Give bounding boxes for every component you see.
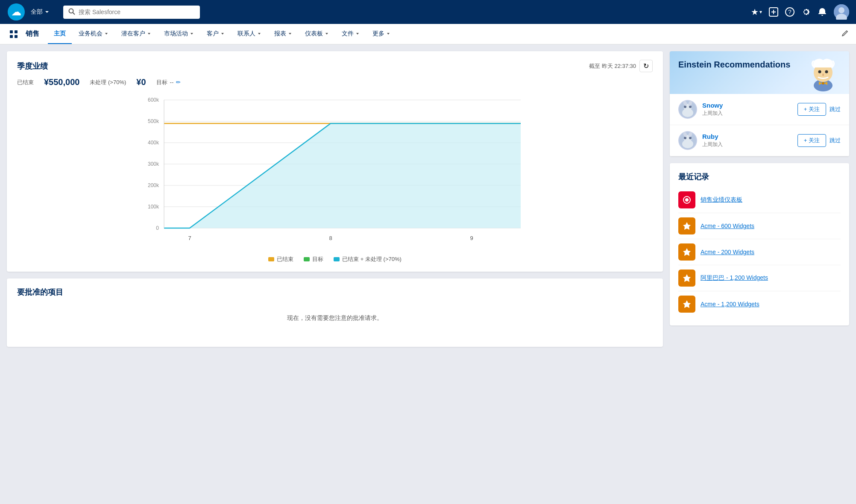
tab-files[interactable]: 文件 [336,24,366,44]
favorites-icon[interactable]: ★ ▾ [751,7,762,17]
left-column: 季度业绩 截至 昨天 22:37:30 ↻ 已结束 ¥550,000 未处理 (… [7,51,663,497]
tab-home[interactable]: 主页 [48,24,72,44]
legend-closed: 已结束 [268,255,293,263]
svg-text:600k: 600k [148,97,159,103]
tab-accounts[interactable]: 客户 [201,24,231,44]
rec-avatar-snowy [678,100,697,119]
tab-opportunities[interactable]: 业务机会 [73,24,114,44]
secondary-navigation: 销售 主页 业务机会 潜在客户 市场活动 客户 联系人 报表 [0,24,856,44]
einstein-card: Einstein Recommendations [670,51,849,156]
tab-leads[interactable]: 潜在客户 [115,24,157,44]
user-avatar[interactable] [834,4,849,20]
svg-point-38 [818,70,821,73]
rec-actions-snowy: + 关注 跳过 [797,103,841,116]
svg-marker-60 [683,222,691,230]
edit-target-icon[interactable]: ✏ [176,79,181,85]
svg-text:200k: 200k [148,182,159,188]
record-link-acme200[interactable]: Acme - 200 Widgets [701,249,754,255]
skip-snowy-button[interactable]: 跳过 [830,103,841,116]
svg-text:☁: ☁ [12,7,21,18]
svg-line-3 [73,12,75,15]
pending-label: 未处理 (>70%) [90,79,126,86]
svg-text:300k: 300k [148,161,159,167]
performance-timestamp: 截至 昨天 22:37:30 ↻ [589,60,653,72]
svg-point-46 [684,105,686,108]
app-grid-icon[interactable] [7,27,21,41]
record-icon-alibaba [678,270,695,287]
record-icon-dashboard [678,191,695,208]
einstein-header: Einstein Recommendations [670,51,849,94]
tab-campaigns[interactable]: 市场活动 [158,24,200,44]
pending-value: ¥0 [136,77,146,87]
svg-rect-13 [15,30,18,33]
help-icon[interactable]: ? [785,7,794,17]
svg-marker-63 [683,300,691,308]
record-icon-acme1200 [678,296,695,313]
einstein-recommendations-list: Snowy 上周加入 + 关注 跳过 [670,94,849,156]
performance-header: 季度业绩 截至 昨天 22:37:30 ↻ [17,60,653,72]
record-link-alibaba[interactable]: 阿里巴巴 - 1,200 Widgets [701,274,768,282]
svg-text:7: 7 [188,235,191,241]
tab-more[interactable]: 更多 [366,24,396,44]
tab-contacts[interactable]: 联系人 [232,24,267,44]
notifications-icon[interactable] [818,7,827,17]
approvals-card: 要批准的项目 现在，没有需要您注意的批准请求。 [7,278,663,347]
rec-avatar-ruby [678,131,697,150]
record-link-acme600[interactable]: Acme - 600 Widgets [701,223,754,229]
list-item: 阿里巴巴 - 1,200 Widgets [678,265,841,291]
svg-text:8: 8 [329,235,332,241]
search-category-label: 全部 [31,8,43,16]
svg-text:9: 9 [470,235,473,241]
svg-marker-34 [190,123,521,228]
settings-icon[interactable] [801,7,811,17]
refresh-button[interactable]: ↻ [639,60,653,72]
list-item: Acme - 1,200 Widgets [678,291,841,317]
follow-ruby-button[interactable]: + 关注 [797,134,826,147]
legend-dot-target [304,257,310,261]
legend-dot-closed [268,257,274,261]
svg-rect-15 [15,35,18,38]
top-navigation: ☁ 全部 ★ ▾ ? [0,0,856,24]
record-link-dashboard[interactable]: 销售业绩仪表板 [701,196,742,204]
rec-name-ruby: Ruby [702,133,792,140]
approvals-title: 要批准的项目 [17,287,653,297]
skip-ruby-button[interactable]: 跳过 [830,134,841,147]
svg-text:100k: 100k [148,204,159,210]
svg-point-47 [689,105,692,108]
svg-marker-61 [683,248,691,256]
search-input[interactable] [79,9,195,15]
list-item: Acme - 600 Widgets [678,213,841,239]
performance-chart: 600k 500k 400k 300k 200k 100k 0 7 [17,94,653,252]
tab-dashboard[interactable]: 仪表板 [299,24,335,44]
svg-rect-14 [10,35,13,38]
salesforce-logo[interactable]: ☁ [7,3,26,21]
legend-target: 目标 [304,255,323,263]
search-bar [63,6,200,19]
svg-point-40 [822,73,824,76]
recent-records-card: 最近记录 销售业绩仪表板 Acme - 600 Widgets [670,163,849,325]
svg-point-59 [685,198,689,202]
performance-stats: 已结束 ¥550,000 未处理 (>70%) ¥0 目标 -- ✏ [17,77,653,87]
add-icon[interactable] [769,7,778,17]
chart-legend: 已结束 目标 已结束 + 未处理 (>70%) [17,255,653,263]
search-category-dropdown[interactable]: 全部 [31,8,50,16]
approvals-empty-message: 现在，没有需要您注意的批准请求。 [17,304,653,332]
rec-sub-snowy: 上周加入 [702,110,792,117]
record-link-acme1200[interactable]: Acme - 1,200 Widgets [701,301,759,308]
performance-card: 季度业绩 截至 昨天 22:37:30 ↻ 已结束 ¥550,000 未处理 (… [7,51,663,272]
closed-value: ¥550,000 [44,77,79,87]
follow-snowy-button[interactable]: + 关注 [797,103,826,116]
nav-icons: ★ ▾ ? [751,4,849,20]
svg-point-10 [838,7,844,13]
recommendation-item-snowy: Snowy 上周加入 + 关注 跳过 [670,94,849,125]
rec-info-snowy: Snowy 上周加入 [702,102,792,117]
svg-text:?: ? [788,9,792,15]
app-name: 销售 [26,29,39,38]
svg-text:500k: 500k [148,118,159,124]
target-stat: 目标 -- ✏ [156,79,181,86]
svg-point-43 [822,82,824,85]
einstein-title: Einstein Recommendations [678,60,790,70]
tab-reports[interactable]: 报表 [268,24,298,44]
customize-nav-icon[interactable] [841,29,849,39]
rec-info-ruby: Ruby 上周加入 [702,133,792,148]
